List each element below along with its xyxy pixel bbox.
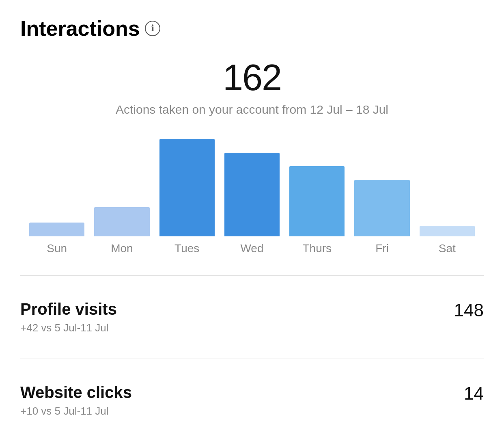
page-title: Interactions xyxy=(20,16,140,41)
metric-value-0: 148 xyxy=(454,300,484,320)
metrics-container: Profile visits+42 vs 5 Jul-11 Jul148Webs… xyxy=(20,292,484,426)
bar-group-thurs xyxy=(284,166,349,236)
bar-chart: SunMonTuesWedThursFriSat xyxy=(20,139,484,255)
bar-group-fri xyxy=(349,180,414,236)
metric-change-1: +10 vs 5 Jul-11 Jul xyxy=(20,405,132,417)
info-icon[interactable]: ℹ xyxy=(145,21,160,36)
bar-group-mon xyxy=(89,207,154,236)
day-label-mon: Mon xyxy=(89,242,154,255)
bar-group-sun xyxy=(24,223,89,236)
day-labels: SunMonTuesWedThursFriSat xyxy=(20,242,484,255)
day-label-wed: Wed xyxy=(220,242,284,255)
metric-left-0: Profile visits+42 vs 5 Jul-11 Jul xyxy=(20,300,117,334)
metric-change-0: +42 vs 5 Jul-11 Jul xyxy=(20,322,117,334)
interactions-header: Interactions ℹ xyxy=(20,16,484,41)
metric-label-0: Profile visits xyxy=(20,300,117,318)
day-label-sat: Sat xyxy=(415,242,480,255)
total-count: 162 xyxy=(20,57,484,99)
metric-value-1: 14 xyxy=(464,383,484,404)
date-range-label: Actions taken on your account from 12 Ju… xyxy=(20,103,484,117)
metric-label-1: Website clicks xyxy=(20,383,132,402)
day-label-thurs: Thurs xyxy=(284,242,349,255)
bar-group-wed xyxy=(220,153,284,236)
metric-row-1: Website clicks+10 vs 5 Jul-11 Jul14 xyxy=(20,375,484,426)
bar-sun xyxy=(29,223,84,236)
bar-tues xyxy=(159,139,215,236)
bar-fri xyxy=(354,180,409,236)
day-label-sun: Sun xyxy=(24,242,89,255)
bar-group-tues xyxy=(155,139,220,236)
metric-left-1: Website clicks+10 vs 5 Jul-11 Jul xyxy=(20,383,132,417)
bar-group-sat xyxy=(415,226,480,236)
bars-area xyxy=(20,139,484,236)
bar-wed xyxy=(224,153,280,236)
metric-divider-0 xyxy=(20,359,484,359)
bar-thurs xyxy=(289,166,345,236)
bar-mon xyxy=(94,207,149,236)
day-label-fri: Fri xyxy=(349,242,414,255)
divider-1 xyxy=(20,275,484,276)
metric-row-0: Profile visits+42 vs 5 Jul-11 Jul148 xyxy=(20,292,484,342)
day-label-tues: Tues xyxy=(155,242,220,255)
bar-sat xyxy=(420,226,475,236)
